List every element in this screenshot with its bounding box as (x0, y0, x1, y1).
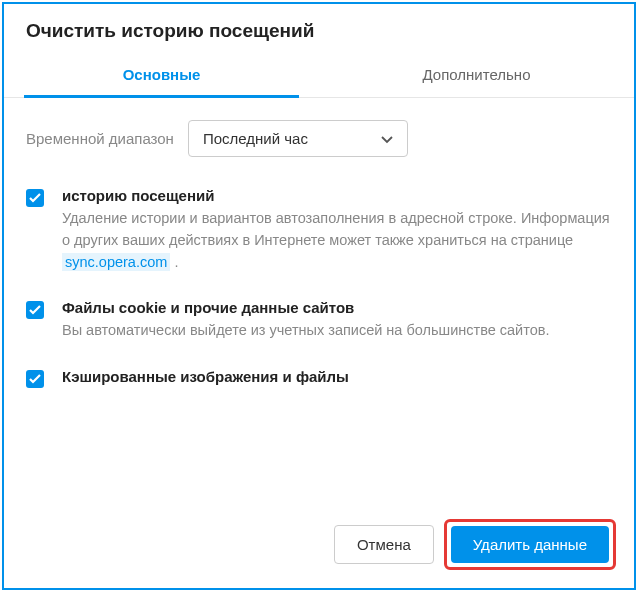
time-range-label: Временной диапазон (26, 130, 174, 147)
option-history-title: историю посещений (62, 187, 612, 204)
option-cache-text: Кэшированные изображения и файлы (62, 368, 612, 389)
option-cookies-text: Файлы cookie и прочие данные сайтов Вы а… (62, 299, 612, 342)
delete-data-button[interactable]: Удалить данные (451, 526, 609, 563)
time-range-select[interactable]: Последний час (188, 120, 408, 157)
cancel-button[interactable]: Отмена (334, 525, 434, 564)
dialog-content: Временной диапазон Последний час историю… (4, 98, 634, 501)
option-cookies-desc: Вы автоматически выйдете из учетных запи… (62, 320, 612, 342)
dialog-title: Очистить историю посещений (26, 20, 612, 42)
checkbox-history[interactable] (26, 189, 44, 207)
chevron-down-icon (381, 130, 393, 147)
checkbox-cache[interactable] (26, 370, 44, 388)
tabs: Основные Дополнительно (4, 52, 634, 98)
check-icon (29, 305, 41, 315)
check-icon (29, 193, 41, 203)
highlight-box: Удалить данные (444, 519, 616, 570)
time-range-value: Последний час (203, 130, 308, 147)
option-history-desc: Удаление истории и вариантов автозаполне… (62, 208, 612, 273)
option-history-desc-before: Удаление истории и вариантов автозаполне… (62, 210, 610, 248)
option-cookies-title: Файлы cookie и прочие данные сайтов (62, 299, 612, 316)
tab-advanced[interactable]: Дополнительно (319, 52, 634, 97)
option-history-text: историю посещений Удаление истории и вар… (62, 187, 612, 273)
option-cache-title: Кэшированные изображения и файлы (62, 368, 612, 385)
check-icon (29, 374, 41, 384)
delete-data-button-label: Удалить данные (473, 536, 587, 553)
sync-link[interactable]: sync.opera.com (62, 253, 170, 271)
dialog-footer: Отмена Удалить данные (4, 501, 634, 588)
tab-advanced-label: Дополнительно (423, 66, 531, 83)
clear-history-dialog: Очистить историю посещений Основные Допо… (2, 2, 636, 590)
option-cookies: Файлы cookie и прочие данные сайтов Вы а… (26, 299, 612, 342)
option-cache: Кэшированные изображения и файлы (26, 368, 612, 389)
option-history: историю посещений Удаление истории и вар… (26, 187, 612, 273)
checkbox-cookies[interactable] (26, 301, 44, 319)
time-range-row: Временной диапазон Последний час (26, 120, 612, 157)
dialog-header: Очистить историю посещений (4, 4, 634, 52)
option-history-desc-after: . (170, 254, 178, 270)
cancel-button-label: Отмена (357, 536, 411, 553)
tab-basic-label: Основные (123, 66, 201, 83)
tab-basic[interactable]: Основные (4, 52, 319, 97)
